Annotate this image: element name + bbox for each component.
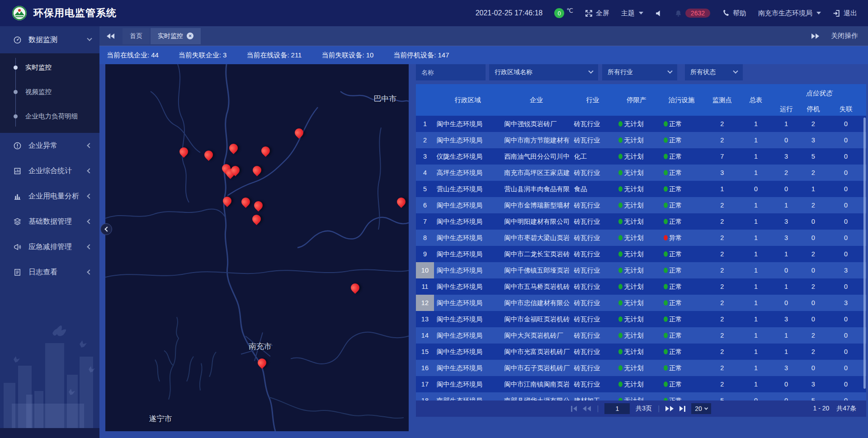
last-page-button[interactable] (679, 406, 685, 412)
map-city-label: 南充市 (249, 341, 272, 352)
cell-limit-status: 无计划 (614, 148, 659, 165)
sidebar: 数据监测 实时监控 视频监控 企业电力负荷明细 (0, 26, 99, 438)
tabs-scroll-left-button[interactable] (104, 30, 116, 42)
theme-dropdown[interactable]: 主题 (621, 9, 643, 18)
col-industry: 行业 (571, 84, 614, 116)
cell-limit-status: 无计划 (614, 165, 659, 181)
status-dot (664, 268, 668, 273)
page-size-select[interactable]: 20 (691, 403, 711, 414)
cell-meters: 1 (740, 148, 772, 165)
org-dropdown[interactable]: 南充市生态环境局 (758, 9, 821, 18)
table-row[interactable]: 4 高坪生态环境局 南充市高坪区王家店建 砖瓦行业 无计划 正常 3 1 2 2… (416, 165, 866, 181)
next-page-button[interactable] (665, 406, 674, 411)
chevron-down-icon (639, 12, 643, 14)
tab-home[interactable]: 首页 (123, 28, 150, 44)
map-panel[interactable]: 巴中市南充市遂宁市 (105, 64, 409, 431)
table-row[interactable]: 7 阆中生态环境局 阆中明阳建材有限公司 砖瓦行业 无计划 正常 2 1 3 0… (416, 213, 866, 230)
status-dot (664, 316, 668, 322)
tab-realtime-monitoring[interactable]: 实时监控 × (151, 28, 201, 44)
row-index: 15 (416, 344, 434, 360)
table-row[interactable]: 2 阆中生态环境局 阆中市南方节能建材有 砖瓦行业 无计划 正常 2 1 0 3… (416, 132, 866, 148)
table-row[interactable]: 5 营山生态环境局 营山县润丰肉食品有限 食品 无计划 正常 1 0 0 1 0 (416, 181, 866, 197)
table-row[interactable]: 11 阆中生态环境局 阆中市五马桥页岩机砖 砖瓦行业 无计划 正常 2 1 1 … (416, 278, 866, 295)
cell-lost: 0 (826, 116, 866, 132)
sidebar-item-enterprise-abnormal[interactable]: 企业异常 (0, 133, 99, 158)
sidebar-item-label: 企业用电量分析 (28, 192, 88, 201)
table-row[interactable]: 12 阆中生态环境局 阆中市忠信建材有限公 砖瓦行业 无计划 正常 2 1 0 … (416, 295, 866, 311)
panel-collapse-button[interactable] (100, 223, 112, 235)
sidebar-item-base-data-management[interactable]: 基础数据管理 (0, 209, 99, 234)
table-row[interactable]: 16 阆中生态环境局 阆中市石子页岩机砖厂 砖瓦行业 无计划 正常 2 1 3 … (416, 360, 866, 376)
sidebar-item-realtime-monitoring[interactable]: 实时监控 (0, 55, 99, 80)
name-search-input[interactable] (416, 64, 486, 80)
col-point-status-group: 点位状态 (772, 84, 866, 102)
table-row[interactable]: 9 阆中生态环境局 阆中市二龙长宝页岩砖 砖瓦行业 无计划 正常 2 1 1 2… (416, 246, 866, 262)
cell-meters: 1 (740, 262, 772, 278)
row-index: 14 (416, 327, 434, 344)
status-dot-green (618, 154, 623, 159)
mute-button[interactable] (655, 9, 663, 17)
table-row[interactable]: 14 阆中生态环境局 阆中大兴页岩机砖厂 砖瓦行业 无计划 正常 2 1 1 2… (416, 327, 866, 344)
cell-lost: 0 (826, 213, 866, 230)
temperature: 0 ℃ (554, 8, 573, 18)
status-select[interactable]: 所有状态 (685, 64, 743, 80)
fullscreen-button[interactable]: 全屏 (585, 9, 609, 18)
cell-meters: 1 (740, 132, 772, 148)
sidebar-item-label: 数据监测 (28, 35, 88, 45)
table-row[interactable]: 10 阆中生态环境局 阆中千佛镇五郎垭页岩 砖瓦行业 无计划 正常 2 1 0 … (416, 262, 866, 278)
workspace: 巴中市南充市遂宁市 行政区域名称 所有行业 (99, 64, 868, 438)
top-header: 环保用电监管系统 2021-02-25 17:46:18 0 ℃ 全屏 主题 (0, 0, 868, 26)
status-dot (664, 235, 668, 240)
status-dot-green (618, 251, 623, 257)
col-company: 企业 (501, 84, 571, 116)
logout-button[interactable]: 退出 (833, 9, 857, 18)
cell-run: 3 (772, 311, 801, 327)
close-operations-button[interactable]: 关闭操作 (831, 32, 858, 40)
table-row[interactable]: 6 阆中生态环境局 阆中市金博瑞新型墙材 砖瓦行业 无计划 正常 2 1 1 2… (416, 197, 866, 213)
row-index: 8 (416, 230, 434, 246)
sidebar-item-emergency-reduction[interactable]: 应急减排管理 (0, 234, 99, 259)
table-row[interactable]: 13 阆中生态环境局 阆中市金福旺页岩机砖 砖瓦行业 无计划 正常 2 1 3 … (416, 311, 866, 327)
table-row[interactable]: 18 南部生态环境局 南部县砌华土沥有限公 建材加工 无计划 正常 5 0 0 … (416, 392, 866, 400)
help-button[interactable]: 帮助 (722, 9, 746, 18)
status-dot (664, 300, 668, 306)
tabs-scroll-right-button[interactable] (809, 30, 821, 42)
industry-select[interactable]: 所有行业 (602, 64, 677, 80)
page-number-input[interactable] (604, 403, 630, 414)
col-facility: 治污设施 (659, 84, 704, 116)
status-dot-green (618, 235, 623, 240)
first-page-button[interactable] (571, 406, 577, 412)
cell-meters: 1 (740, 230, 772, 246)
table-row[interactable]: 17 阆中生态环境局 阆中市江南镇阆南页岩 砖瓦行业 无计划 正常 2 1 0 … (416, 376, 866, 392)
sidebar-item-log-view[interactable]: 日志查看 (0, 259, 99, 285)
cell-region: 阆中生态环境局 (434, 213, 501, 230)
table-row[interactable]: 8 阆中生态环境局 阆中市枣碧大梁山页岩 砖瓦行业 无计划 异常 2 1 3 0… (416, 230, 866, 246)
status-dot (664, 203, 668, 208)
sidebar-item-power-load-detail[interactable]: 企业电力负荷明细 (0, 104, 99, 128)
tab-bar: 首页 实时监控 × 关闭操作 (99, 26, 868, 46)
page-size-value: 20 (695, 405, 702, 412)
sidebar-item-data-monitoring[interactable]: 数据监测 (0, 26, 99, 53)
table-row[interactable]: 1 阆中生态环境局 阆中强锐页岩砖厂 砖瓦行业 无计划 正常 2 1 1 2 0 (416, 116, 866, 132)
total-pages-label: 共3页 (636, 405, 652, 413)
table-scrollbar[interactable] (863, 118, 866, 389)
sidebar-item-electricity-analysis[interactable]: 企业用电量分析 (0, 184, 99, 209)
notifications[interactable]: 2632 (675, 9, 710, 18)
tab-close-icon[interactable]: × (187, 33, 193, 39)
region-select[interactable]: 行政区域名称 (489, 64, 598, 80)
sidebar-item-video-monitoring[interactable]: 视频监控 (0, 80, 99, 104)
sidebar-item-label: 基础数据管理 (28, 217, 88, 226)
prev-page-button[interactable] (583, 406, 591, 411)
cell-industry: 砖瓦行业 (571, 197, 614, 213)
table-row[interactable]: 3 仪陇生态环境局 西南油气田分公司川中 化工 无计划 正常 7 1 3 5 0 (416, 148, 866, 165)
table-row[interactable]: 15 阆中生态环境局 阆中市光富页岩机砖厂 砖瓦行业 无计划 正常 2 1 1 … (416, 344, 866, 360)
cell-region: 仪陇生态环境局 (434, 148, 501, 165)
table-scroll-area[interactable]: 行政区域 企业 行业 停限产 治污设施 监测点 总表 点位状态 (416, 84, 866, 400)
col-stop: 停机 (801, 102, 826, 116)
cell-points: 2 (704, 262, 740, 278)
datetime: 2021-02-25 17:46:18 (476, 9, 543, 17)
sidebar-item-enterprise-statistics[interactable]: 企业综合统计 (0, 158, 99, 184)
cell-facility-status: 正常 (659, 344, 704, 360)
cell-limit-status: 无计划 (614, 197, 659, 213)
cell-run: 3 (772, 360, 801, 376)
